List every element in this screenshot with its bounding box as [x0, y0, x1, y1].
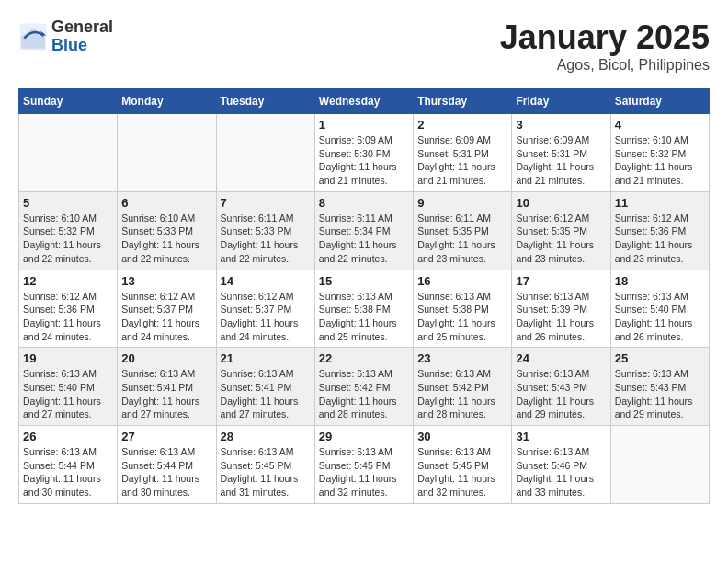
day-info: Sunrise: 6:13 AM Sunset: 5:43 PM Dayligh… — [615, 367, 705, 421]
day-info: Sunrise: 6:10 AM Sunset: 5:32 PM Dayligh… — [23, 212, 113, 266]
day-number: 14 — [221, 274, 311, 288]
day-info: Sunrise: 6:13 AM Sunset: 5:39 PM Dayligh… — [516, 290, 606, 344]
day-number: 17 — [516, 274, 606, 288]
day-header-sunday: Sunday — [19, 89, 118, 114]
day-info: Sunrise: 6:12 AM Sunset: 5:35 PM Dayligh… — [516, 212, 606, 266]
calendar-cell: 6Sunrise: 6:10 AM Sunset: 5:33 PM Daylig… — [118, 191, 216, 270]
day-info: Sunrise: 6:12 AM Sunset: 5:36 PM Dayligh… — [615, 212, 705, 266]
day-number: 4 — [615, 118, 705, 132]
day-number: 12 — [23, 274, 113, 288]
calendar-cell: 9Sunrise: 6:11 AM Sunset: 5:35 PM Daylig… — [414, 191, 512, 270]
day-number: 15 — [319, 274, 409, 288]
calendar-week-row: 12Sunrise: 6:12 AM Sunset: 5:36 PM Dayli… — [19, 270, 710, 348]
day-info: Sunrise: 6:09 AM Sunset: 5:31 PM Dayligh… — [417, 133, 507, 188]
day-number: 30 — [417, 430, 507, 443]
logo-icon — [18, 22, 48, 52]
day-info: Sunrise: 6:13 AM Sunset: 5:46 PM Dayligh… — [516, 445, 606, 500]
calendar-title: January 2025 — [500, 18, 710, 57]
calendar-cell: 2Sunrise: 6:09 AM Sunset: 5:31 PM Daylig… — [414, 114, 512, 192]
calendar-cell: 26Sunrise: 6:13 AM Sunset: 5:44 PM Dayli… — [19, 426, 118, 504]
day-number: 5 — [23, 196, 113, 210]
day-number: 20 — [121, 351, 211, 365]
day-info: Sunrise: 6:13 AM Sunset: 5:45 PM Dayligh… — [319, 445, 409, 500]
day-info: Sunrise: 6:13 AM Sunset: 5:40 PM Dayligh… — [615, 290, 705, 344]
day-number: 16 — [417, 274, 507, 288]
calendar-cell — [610, 426, 709, 504]
calendar-cell: 10Sunrise: 6:12 AM Sunset: 5:35 PM Dayli… — [512, 191, 610, 270]
day-number: 25 — [615, 351, 705, 365]
calendar-cell: 13Sunrise: 6:12 AM Sunset: 5:37 PM Dayli… — [118, 270, 216, 348]
day-header-tuesday: Tuesday — [216, 89, 314, 114]
calendar-cell: 21Sunrise: 6:13 AM Sunset: 5:41 PM Dayli… — [216, 348, 314, 426]
calendar-cell: 12Sunrise: 6:12 AM Sunset: 5:36 PM Dayli… — [19, 270, 118, 348]
day-number: 18 — [615, 274, 705, 288]
logo-general: General — [51, 17, 113, 36]
day-info: Sunrise: 6:13 AM Sunset: 5:40 PM Dayligh… — [23, 367, 113, 421]
logo-text: General Blue — [51, 18, 113, 55]
day-number: 13 — [121, 274, 211, 288]
day-info: Sunrise: 6:13 AM Sunset: 5:41 PM Dayligh… — [221, 367, 311, 421]
calendar-cell: 27Sunrise: 6:13 AM Sunset: 5:44 PM Dayli… — [118, 426, 216, 504]
calendar-cell: 25Sunrise: 6:13 AM Sunset: 5:43 PM Dayli… — [610, 348, 709, 426]
day-number: 27 — [121, 430, 211, 443]
day-info: Sunrise: 6:13 AM Sunset: 5:42 PM Dayligh… — [417, 367, 507, 421]
day-info: Sunrise: 6:13 AM Sunset: 5:38 PM Dayligh… — [319, 290, 409, 344]
calendar-cell: 22Sunrise: 6:13 AM Sunset: 5:42 PM Dayli… — [314, 348, 413, 426]
day-number: 7 — [221, 196, 311, 210]
page-header: General Blue January 2025 Agos, Bicol, P… — [18, 18, 710, 74]
title-block: January 2025 Agos, Bicol, Philippines — [500, 18, 710, 74]
calendar-week-row: 19Sunrise: 6:13 AM Sunset: 5:40 PM Dayli… — [19, 348, 710, 426]
day-number: 29 — [319, 430, 409, 443]
calendar-week-row: 5Sunrise: 6:10 AM Sunset: 5:32 PM Daylig… — [19, 191, 710, 270]
day-info: Sunrise: 6:09 AM Sunset: 5:30 PM Dayligh… — [319, 133, 409, 188]
day-number: 23 — [417, 351, 507, 365]
day-header-saturday: Saturday — [610, 89, 709, 114]
calendar-cell: 4Sunrise: 6:10 AM Sunset: 5:32 PM Daylig… — [610, 114, 709, 192]
day-header-wednesday: Wednesday — [314, 89, 413, 114]
day-number: 3 — [516, 118, 606, 132]
calendar-cell — [19, 114, 118, 192]
day-number: 26 — [23, 430, 113, 443]
calendar-cell: 23Sunrise: 6:13 AM Sunset: 5:42 PM Dayli… — [414, 348, 512, 426]
day-info: Sunrise: 6:11 AM Sunset: 5:33 PM Dayligh… — [221, 212, 311, 266]
calendar-cell: 31Sunrise: 6:13 AM Sunset: 5:46 PM Dayli… — [512, 426, 610, 504]
day-header-thursday: Thursday — [414, 89, 512, 114]
day-number: 6 — [121, 196, 211, 210]
day-info: Sunrise: 6:13 AM Sunset: 5:44 PM Dayligh… — [23, 445, 113, 500]
calendar-cell: 5Sunrise: 6:10 AM Sunset: 5:32 PM Daylig… — [19, 191, 118, 270]
logo: General Blue — [18, 18, 113, 55]
day-info: Sunrise: 6:10 AM Sunset: 5:32 PM Dayligh… — [615, 133, 705, 188]
calendar-cell: 11Sunrise: 6:12 AM Sunset: 5:36 PM Dayli… — [610, 191, 709, 270]
day-number: 21 — [221, 351, 311, 365]
day-info: Sunrise: 6:13 AM Sunset: 5:42 PM Dayligh… — [319, 367, 409, 421]
calendar-cell: 29Sunrise: 6:13 AM Sunset: 5:45 PM Dayli… — [314, 426, 413, 504]
day-info: Sunrise: 6:12 AM Sunset: 5:37 PM Dayligh… — [221, 290, 311, 344]
calendar-cell: 8Sunrise: 6:11 AM Sunset: 5:34 PM Daylig… — [314, 191, 413, 270]
day-info: Sunrise: 6:13 AM Sunset: 5:38 PM Dayligh… — [417, 290, 507, 344]
calendar-header-row: SundayMondayTuesdayWednesdayThursdayFrid… — [19, 89, 710, 114]
day-number: 19 — [23, 351, 113, 365]
calendar-cell — [118, 114, 216, 192]
day-number: 8 — [319, 196, 409, 210]
calendar-cell: 1Sunrise: 6:09 AM Sunset: 5:30 PM Daylig… — [314, 114, 413, 192]
calendar-cell: 15Sunrise: 6:13 AM Sunset: 5:38 PM Dayli… — [314, 270, 413, 348]
day-info: Sunrise: 6:13 AM Sunset: 5:43 PM Dayligh… — [516, 367, 606, 421]
calendar-cell: 18Sunrise: 6:13 AM Sunset: 5:40 PM Dayli… — [610, 270, 709, 348]
day-info: Sunrise: 6:13 AM Sunset: 5:45 PM Dayligh… — [221, 445, 311, 500]
calendar-cell: 24Sunrise: 6:13 AM Sunset: 5:43 PM Dayli… — [512, 348, 610, 426]
day-header-monday: Monday — [118, 89, 216, 114]
day-info: Sunrise: 6:11 AM Sunset: 5:34 PM Dayligh… — [319, 212, 409, 266]
day-info: Sunrise: 6:13 AM Sunset: 5:45 PM Dayligh… — [417, 445, 507, 500]
day-number: 11 — [615, 196, 705, 210]
calendar-cell: 30Sunrise: 6:13 AM Sunset: 5:45 PM Dayli… — [414, 426, 512, 504]
calendar-cell: 16Sunrise: 6:13 AM Sunset: 5:38 PM Dayli… — [414, 270, 512, 348]
day-number: 31 — [516, 430, 606, 443]
day-info: Sunrise: 6:13 AM Sunset: 5:41 PM Dayligh… — [121, 367, 211, 421]
day-number: 28 — [221, 430, 311, 443]
day-info: Sunrise: 6:10 AM Sunset: 5:33 PM Dayligh… — [121, 212, 211, 266]
day-header-friday: Friday — [512, 89, 610, 114]
day-number: 24 — [516, 351, 606, 365]
day-number: 22 — [319, 351, 409, 365]
day-number: 9 — [417, 196, 507, 210]
calendar-cell: 20Sunrise: 6:13 AM Sunset: 5:41 PM Dayli… — [118, 348, 216, 426]
